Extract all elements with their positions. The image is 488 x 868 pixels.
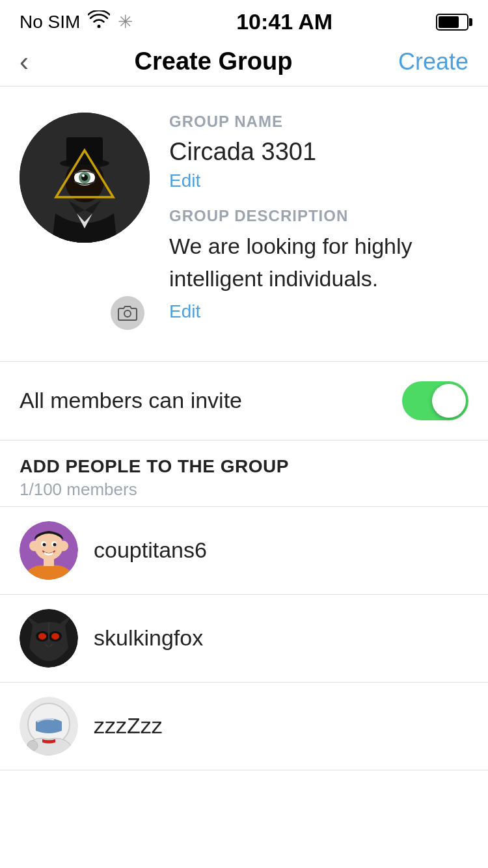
svg-point-22	[58, 541, 68, 551]
group-details: GROUP NAME Circada 3301 Edit GROUP DESCR…	[169, 113, 468, 335]
member-name-couptitans6: couptitans6	[94, 537, 207, 563]
invite-toggle-switch[interactable]	[402, 381, 468, 420]
status-left: No SIM ✳	[20, 10, 133, 33]
member-avatar-skulkingfox	[20, 609, 78, 668]
create-button[interactable]: Create	[398, 48, 468, 75]
member-avatar-couptitans6	[20, 521, 78, 580]
svg-point-26	[53, 543, 57, 546]
nav-bar: ‹ Create Group Create	[0, 41, 488, 87]
svg-rect-27	[44, 558, 54, 566]
member-avatar-zzzzzz	[20, 697, 78, 755]
carrier-label: No SIM	[20, 12, 80, 33]
member-item[interactable]: skulkingfox	[0, 595, 488, 683]
status-bar: No SIM ✳ 10:41 AM	[0, 0, 488, 41]
back-button[interactable]: ‹	[20, 48, 29, 75]
status-time: 10:41 AM	[236, 9, 332, 34]
toggle-knob	[432, 384, 466, 418]
camera-icon	[118, 303, 137, 323]
member-item[interactable]: zzzZzz	[0, 683, 488, 770]
invite-toggle-label: All members can invite	[20, 388, 242, 413]
wifi-icon	[88, 10, 110, 33]
add-people-section: ADD PEOPLE TO THE GROUP 1/100 members	[0, 441, 488, 507]
svg-point-21	[29, 541, 40, 551]
svg-point-32	[51, 633, 59, 640]
battery-fill	[439, 16, 459, 28]
group-name-value: Circada 3301	[169, 136, 468, 168]
member-item[interactable]: couptitans6	[0, 507, 488, 595]
svg-point-31	[38, 633, 46, 640]
battery-icon	[436, 14, 468, 31]
group-description-value: We are looking for highly intelligent in…	[169, 230, 468, 295]
group-info-section: GROUP NAME Circada 3301 Edit GROUP DESCR…	[0, 87, 488, 362]
page-title: Create Group	[135, 47, 293, 75]
status-right	[436, 14, 468, 31]
edit-group-name-button[interactable]: Edit	[169, 170, 468, 191]
svg-point-18	[124, 310, 131, 317]
member-name-zzzzzz: zzzZzz	[94, 713, 163, 739]
svg-point-25	[43, 543, 46, 546]
svg-point-35	[27, 740, 38, 751]
camera-badge-button[interactable]	[111, 296, 144, 330]
member-list: couptitans6 skulki	[0, 507, 488, 770]
loading-indicator: ✳	[118, 11, 133, 33]
svg-point-17	[82, 174, 85, 177]
member-name-skulkingfox: skulkingfox	[94, 625, 203, 651]
group-avatar-svg	[20, 113, 150, 243]
member-count: 1/100 members	[20, 480, 468, 500]
group-desc-label: GROUP DESCRIPTION	[169, 207, 468, 225]
group-name-label: GROUP NAME	[169, 113, 468, 131]
add-people-title: ADD PEOPLE TO THE GROUP	[20, 456, 468, 477]
invite-toggle-row: All members can invite	[0, 362, 488, 441]
edit-group-desc-button[interactable]: Edit	[169, 301, 468, 322]
avatar-container	[20, 113, 150, 335]
